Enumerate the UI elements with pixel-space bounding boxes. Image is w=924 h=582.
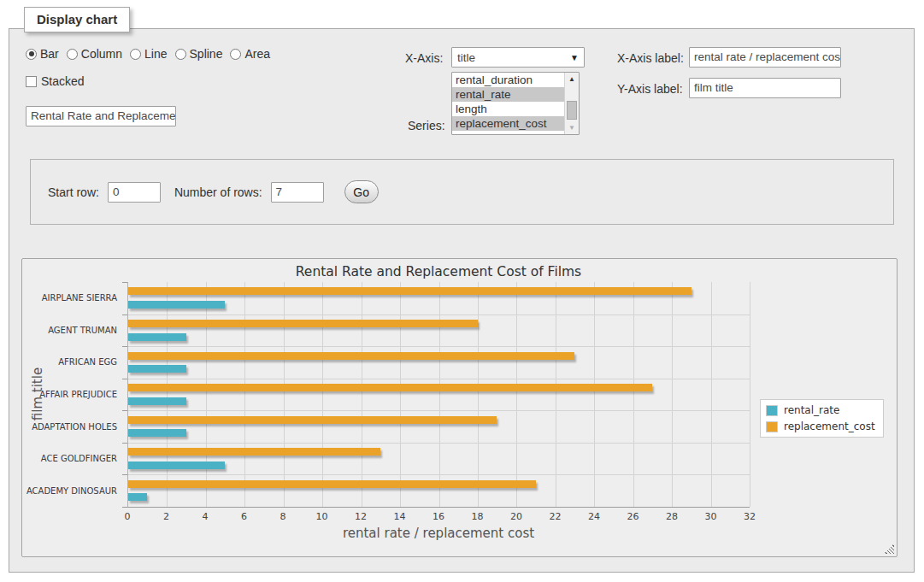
display-chart-tab[interactable]: Display chart [24, 7, 130, 32]
gridline [633, 282, 634, 507]
series-field-label: Series: [408, 119, 445, 132]
radio-icon[interactable] [130, 49, 141, 60]
x-tick-label: 16 [433, 511, 444, 522]
bar-rental_rate-affair-prejudice [128, 397, 186, 405]
series-option-length[interactable]: length [452, 102, 564, 116]
bar-replacement_cost-adaptation-holes [128, 416, 497, 424]
x-tick-label: 0 [125, 511, 131, 522]
gridline [750, 282, 750, 507]
bar-replacement_cost-ace-goldfinger [128, 448, 380, 456]
gridline [516, 282, 517, 507]
go-button[interactable]: Go [344, 180, 379, 203]
y-tick-mark [122, 346, 127, 347]
gridline [439, 282, 440, 507]
legend-swatch [766, 405, 778, 416]
scroll-up-icon[interactable]: ▲ [565, 73, 579, 85]
gridline [322, 282, 323, 507]
gridline [400, 282, 401, 507]
radio-label: Area [244, 47, 270, 61]
chart-type-radio-line[interactable]: Line [130, 47, 167, 61]
series-option-replacement_cost[interactable]: replacement_cost [452, 116, 564, 131]
gridline [128, 379, 750, 379]
bar-rental_rate-airplane-sierra [128, 301, 225, 309]
x-tick-label: 10 [316, 511, 328, 522]
chart-type-radio-area[interactable]: Area [230, 47, 270, 61]
stacked-checkbox[interactable] [26, 76, 37, 87]
radio-icon[interactable] [26, 49, 37, 60]
x-tick-label: 20 [510, 511, 522, 522]
gridline [167, 282, 168, 507]
x-axis-label-input[interactable]: rental rate / replacement cost [689, 47, 841, 68]
category-label: AFRICAN EGG [58, 357, 117, 367]
num-rows-input[interactable]: 7 [271, 182, 324, 203]
x-tick-label: 30 [705, 511, 717, 522]
bar-replacement_cost-african-egg [128, 352, 574, 360]
gridline [128, 443, 750, 444]
radio-icon[interactable] [67, 49, 78, 60]
bar-replacement_cost-agent-truman [128, 320, 478, 327]
bar-replacement_cost-affair-prejudice [128, 384, 652, 391]
chevron-down-icon: ▼ [570, 53, 579, 62]
chart-legend: rental_ratereplacement_cost [760, 399, 884, 438]
gridline [672, 282, 673, 507]
x-axis-select[interactable]: title ▼ [451, 47, 585, 68]
chart-plot-area [127, 282, 750, 508]
series-option-rental_rate[interactable]: rental_rate [452, 87, 564, 102]
radio-icon[interactable] [230, 49, 241, 60]
x-tick-label: 18 [472, 511, 484, 522]
radio-label: Column [81, 47, 122, 61]
x-tick-label: 6 [241, 511, 247, 522]
chart-x-tick-labels: 02468101214161820222426283032 [127, 511, 750, 523]
x-tick-label: 2 [163, 511, 169, 522]
resize-grip-icon[interactable] [884, 544, 894, 554]
stacked-label: Stacked [41, 74, 85, 88]
gridline [362, 282, 362, 507]
chart-type-radio-spline[interactable]: Spline [175, 47, 223, 61]
x-tick-label: 24 [588, 511, 600, 522]
gridline [128, 315, 750, 315]
series-scrollbar[interactable]: ▲ ▼ [564, 73, 579, 134]
x-tick-label: 4 [203, 511, 209, 522]
chart-type-radio-bar[interactable]: Bar [26, 47, 59, 61]
scrollbar-thumb[interactable] [567, 101, 577, 120]
category-label: AFFAIR PREJUDICE [39, 390, 117, 399]
y-axis-label-input[interactable]: film title [689, 78, 841, 98]
start-row-input[interactable]: 0 [108, 182, 161, 203]
radio-icon[interactable] [175, 49, 186, 60]
page: Display chart BarColumnLineSplineArea St… [0, 0, 924, 582]
chart-container: Rental Rate and Replacement Cost of Film… [21, 258, 898, 557]
y-tick-mark [122, 315, 127, 315]
x-tick-label: 8 [280, 511, 286, 522]
gridline [128, 474, 750, 475]
row-range-box: Start row: 0 Number of rows: 7 Go [30, 159, 894, 225]
bar-replacement_cost-airplane-sierra [128, 287, 692, 295]
bar-replacement_cost-academy-dinosaur [128, 480, 536, 488]
stacked-checkbox-row[interactable]: Stacked [26, 74, 85, 88]
y-tick-mark [122, 379, 127, 379]
series-option-rental_duration[interactable]: rental_duration [452, 73, 564, 87]
start-row-label: Start row: [48, 185, 99, 199]
y-tick-mark [122, 410, 127, 411]
radio-label: Spline [190, 47, 223, 61]
x-tick-label: 22 [550, 511, 562, 522]
legend-label: rental_rate [784, 404, 839, 416]
gridline [478, 282, 479, 507]
radio-label: Bar [40, 47, 59, 61]
x-tick-label: 32 [744, 511, 756, 522]
scroll-down-icon[interactable]: ▼ [565, 121, 579, 134]
y-tick-mark [122, 443, 127, 444]
series-multiselect[interactable]: rental_durationrental_ratelengthreplacem… [451, 72, 580, 135]
category-label: AGENT TRUMAN [48, 326, 117, 335]
chart-type-radio-group: BarColumnLineSplineArea [26, 47, 270, 61]
series-options: rental_durationrental_ratelengthreplacem… [452, 73, 564, 134]
chart-y-axis-title: film title [30, 360, 45, 428]
chart-type-radio-column[interactable]: Column [67, 47, 122, 61]
chart-title-input[interactable]: Rental Rate and Replacement Cost of Film… [26, 106, 176, 126]
category-label: ACE GOLDFINGER [41, 454, 117, 463]
gridline [711, 282, 712, 507]
legend-item-rental_rate: rental_rate [766, 404, 875, 416]
gridline [594, 282, 595, 507]
legend-swatch [766, 421, 778, 432]
chart-x-axis-title: rental rate / replacement cost [127, 526, 750, 541]
x-tick-label: 28 [666, 511, 678, 522]
